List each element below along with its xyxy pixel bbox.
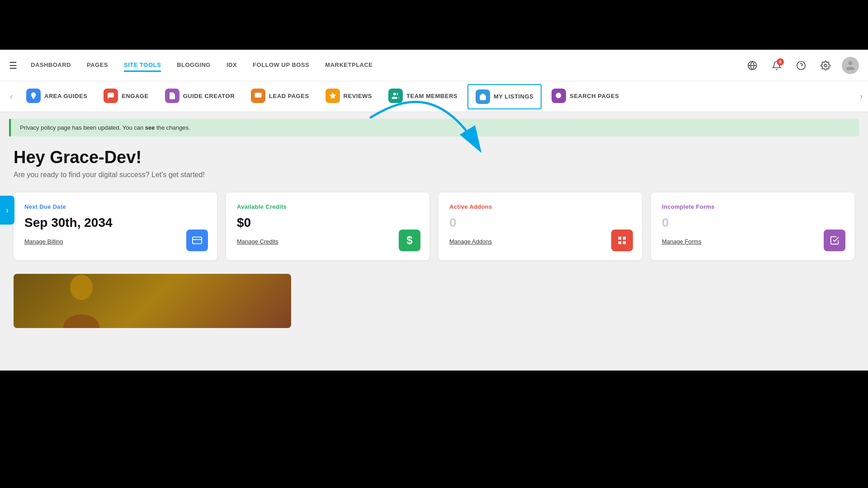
svg-rect-20 xyxy=(618,241,621,244)
card-due-date-value: Sep 30th, 2034 xyxy=(24,216,206,230)
subnav-team-members[interactable]: TEAM MEMBERS xyxy=(380,81,466,112)
sub-nav-prev[interactable]: ‹ xyxy=(5,81,18,112)
subnav-search-pages[interactable]: SEARCH PAGES xyxy=(543,81,627,112)
my-listings-label: MY LISTINGS xyxy=(494,93,533,100)
sub-nav: ‹ AREA GUIDES xyxy=(0,81,868,112)
svg-rect-19 xyxy=(623,237,626,239)
black-bar-top xyxy=(0,0,868,50)
card-addons-icon xyxy=(611,230,633,251)
subnav-engage[interactable]: ENGAGE xyxy=(95,81,156,112)
gear-icon[interactable] xyxy=(817,57,834,74)
guide-creator-label: GUIDE CREATOR xyxy=(183,93,235,99)
nav-dashboard[interactable]: DASHBOARD xyxy=(31,59,71,72)
greeting-title: Hey Grace-Dev! xyxy=(14,148,854,167)
engage-icon xyxy=(104,89,118,103)
svg-marker-12 xyxy=(329,93,336,99)
svg-rect-21 xyxy=(623,241,626,244)
lead-pages-label: LEAD PAGES xyxy=(269,93,309,99)
guide-creator-icon xyxy=(165,89,179,103)
card-credits-icon: $ xyxy=(399,230,420,251)
black-bar-bottom xyxy=(0,371,868,488)
area-guides-icon xyxy=(26,89,41,103)
avatar[interactable] xyxy=(842,57,859,74)
notification-badge: 8 xyxy=(777,58,784,66)
main-wrapper: ☰ DASHBOARD PAGES SITE TOOLS BLOGGING ID… xyxy=(0,0,868,488)
reviews-icon xyxy=(326,89,340,103)
card-forms: Incomplete Forms 0 Manage Forms xyxy=(651,192,854,260)
page-content: Hey Grace-Dev! Are you ready to find you… xyxy=(0,139,868,337)
search-pages-icon xyxy=(552,89,566,103)
subnav-my-listings[interactable]: MY LISTINGS xyxy=(467,84,542,109)
notice-text-after: the changes. xyxy=(155,124,190,131)
greeting-subtitle: Are you ready to find your digital succe… xyxy=(14,171,854,179)
notice-bar: Privacy policy page has been updated. Yo… xyxy=(9,119,859,136)
team-members-icon xyxy=(388,89,403,103)
card-credits: Available Credits $0 Manage Credits $ xyxy=(226,192,429,260)
engage-label: ENGAGE xyxy=(122,93,148,99)
svg-rect-9 xyxy=(255,93,262,98)
notice-text-before: Privacy policy page has been updated. Yo… xyxy=(20,124,145,131)
dashboard-cards: Next Due Date Sep 30th, 2034 Manage Bill… xyxy=(14,192,854,260)
globe-icon[interactable] xyxy=(744,57,760,74)
svg-rect-18 xyxy=(618,237,621,239)
notice-link[interactable]: see xyxy=(145,124,155,131)
nav-pages[interactable]: PAGES xyxy=(87,59,108,72)
nav-marketplace[interactable]: MARKETPLACE xyxy=(325,59,373,72)
sub-nav-items: AREA GUIDES ENGAGE xyxy=(18,81,854,112)
card-due-date-link[interactable]: Manage Billing xyxy=(24,238,206,245)
card-forms-icon xyxy=(824,230,845,251)
sidebar-toggle-button[interactable]: › xyxy=(0,196,14,225)
hamburger-icon[interactable]: ☰ xyxy=(9,60,17,71)
top-nav: ☰ DASHBOARD PAGES SITE TOOLS BLOGGING ID… xyxy=(0,50,868,81)
lead-pages-icon xyxy=(251,89,265,103)
svg-line-15 xyxy=(561,97,562,99)
sidebar-toggle-icon: › xyxy=(6,206,9,215)
nav-followupboss[interactable]: FOLLOW UP BOSS xyxy=(253,59,309,72)
card-due-date-icon xyxy=(186,230,208,251)
card-due-date: Next Due Date Sep 30th, 2034 Manage Bill… xyxy=(14,192,217,260)
bell-icon[interactable]: 8 xyxy=(769,57,785,74)
card-addons: Active Addons 0 Manage Addons xyxy=(439,192,642,260)
team-members-label: TEAM MEMBERS xyxy=(406,93,458,99)
svg-point-22 xyxy=(70,275,93,300)
card-forms-label: Incomplete Forms xyxy=(662,203,844,210)
subnav-area-guides[interactable]: AREA GUIDES xyxy=(18,81,95,112)
card-addons-link[interactable]: Manage Addons xyxy=(449,238,631,245)
content-area: ☰ DASHBOARD PAGES SITE TOOLS BLOGGING ID… xyxy=(0,50,868,371)
svg-point-5 xyxy=(849,61,853,65)
help-icon[interactable] xyxy=(793,57,809,74)
nav-idx[interactable]: IDX xyxy=(226,59,237,72)
subnav-reviews[interactable]: REVIEWS xyxy=(317,81,380,112)
nav-links: DASHBOARD PAGES SITE TOOLS BLOGGING IDX … xyxy=(31,59,744,72)
svg-rect-16 xyxy=(193,237,202,244)
my-listings-icon xyxy=(476,89,490,104)
area-guides-label: AREA GUIDES xyxy=(44,93,87,99)
sub-nav-next[interactable]: › xyxy=(854,81,868,112)
image-section xyxy=(14,274,291,328)
card-addons-value: 0 xyxy=(449,216,631,230)
card-forms-value: 0 xyxy=(662,216,844,230)
search-pages-label: SEARCH PAGES xyxy=(570,93,619,99)
card-credits-value: $0 xyxy=(237,216,419,230)
card-credits-link[interactable]: Manage Credits xyxy=(237,238,419,245)
card-due-date-label: Next Due Date xyxy=(24,203,206,210)
nav-blogging[interactable]: BLOGGING xyxy=(177,59,211,72)
nav-right: 8 xyxy=(744,57,859,74)
svg-point-13 xyxy=(393,93,396,95)
reviews-label: REVIEWS xyxy=(344,93,372,99)
svg-point-4 xyxy=(824,64,827,67)
svg-point-14 xyxy=(556,93,561,98)
nav-sitetools[interactable]: SITE TOOLS xyxy=(124,59,161,72)
card-credits-label: Available Credits xyxy=(237,203,419,210)
card-addons-label: Active Addons xyxy=(449,203,631,210)
card-forms-link[interactable]: Manage Forms xyxy=(662,238,844,245)
subnav-guide-creator[interactable]: GUIDE CREATOR xyxy=(157,81,243,112)
subnav-lead-pages[interactable]: LEAD PAGES xyxy=(243,81,317,112)
